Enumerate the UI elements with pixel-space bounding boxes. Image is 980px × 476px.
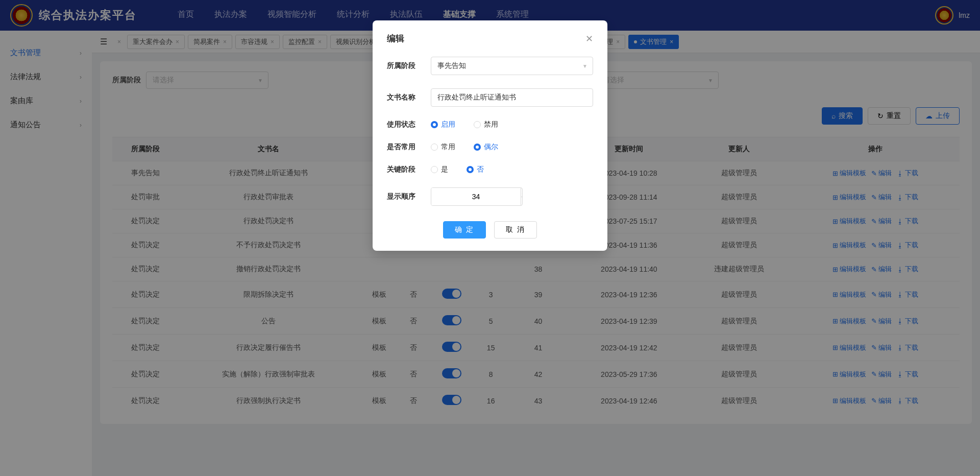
radio-dot-icon — [467, 166, 474, 173]
field-name-label: 文书名称 — [387, 93, 424, 102]
radio-dot-icon — [474, 144, 481, 151]
radio-dot-icon — [474, 121, 481, 128]
radio-key-0[interactable]: 是 — [431, 165, 448, 174]
close-icon[interactable]: ✕ — [585, 33, 593, 44]
field-name-input[interactable]: 行政处罚终止听证通知书 — [431, 88, 593, 107]
radio-status-1[interactable]: 禁用 — [474, 120, 498, 129]
modal-overlay[interactable]: 编辑 ✕ 所属阶段 事先告知 ▼ 文书名称 行政处罚终止听证通知书 使用状态 启… — [0, 0, 980, 476]
cancel-button[interactable]: 取 消 — [494, 221, 537, 239]
modal-title: 编辑 — [387, 33, 404, 44]
field-stage-label: 所属阶段 — [387, 61, 424, 70]
radio-common-0[interactable]: 常用 — [431, 142, 455, 152]
stepper-up-icon[interactable]: ▲ — [521, 188, 523, 197]
stepper-down-icon[interactable]: ▼ — [521, 197, 523, 206]
field-order-input[interactable]: ▲ ▼ — [431, 187, 523, 206]
radio-dot-icon — [431, 166, 438, 173]
radio-status-0[interactable]: 启用 — [431, 120, 455, 129]
edit-modal: 编辑 ✕ 所属阶段 事先告知 ▼ 文书名称 行政处罚终止听证通知书 使用状态 启… — [373, 20, 607, 251]
field-stage-select[interactable]: 事先告知 ▼ — [431, 57, 593, 75]
confirm-button[interactable]: 确 定 — [443, 221, 486, 239]
radio-key-1[interactable]: 否 — [467, 165, 484, 174]
field-key-label: 关键阶段 — [387, 165, 424, 174]
field-order-label: 显示顺序 — [387, 192, 424, 201]
chevron-down-icon: ▼ — [582, 63, 587, 69]
field-status-label: 使用状态 — [387, 120, 424, 129]
radio-dot-icon — [431, 144, 438, 151]
order-number-field[interactable] — [431, 188, 521, 205]
radio-dot-icon — [431, 121, 438, 128]
field-common-label: 是否常用 — [387, 142, 424, 152]
radio-common-1[interactable]: 偶尔 — [474, 142, 498, 152]
